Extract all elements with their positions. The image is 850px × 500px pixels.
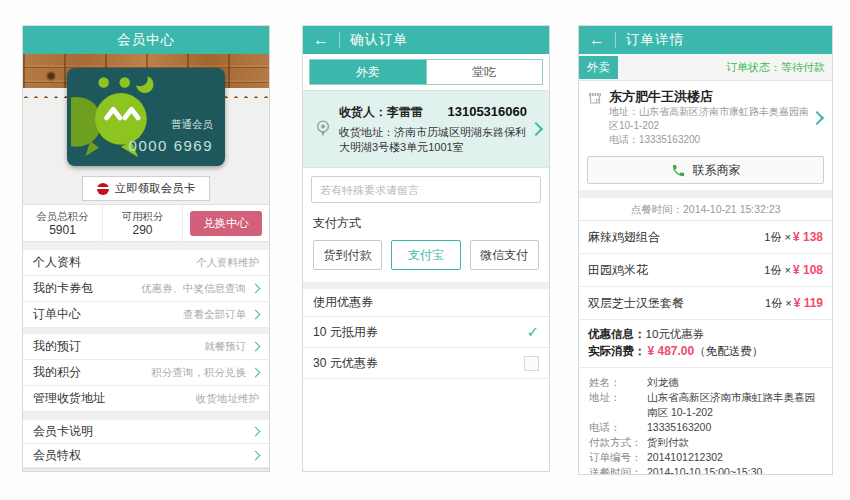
menu-label: 我的积分 [33, 364, 81, 381]
order-detail-header: ← 订单详情 [579, 26, 832, 54]
tab-bar: 外卖 堂吃 [309, 59, 543, 85]
order-item: 田园鸡米花 1份 ×¥ 108 [579, 254, 832, 287]
location-pin-icon [313, 118, 333, 140]
claim-card-button[interactable]: 立即领取会员卡 [82, 176, 211, 201]
order-detail-screen: ← 订单详情 外卖 订单状态：等待付款 东方肥牛王洪楼店 地址：山东省高新区济南… [578, 25, 833, 475]
menu-item-orders[interactable]: 订单中心 查看全部订单 [23, 302, 269, 328]
note-wrap [303, 168, 549, 211]
contact-merchant-label: 联系商家 [693, 162, 741, 179]
info-row: 电话：13335163200 [589, 420, 822, 435]
item-qty: 1份 × [765, 297, 792, 309]
discount-value: 10元优惠券 [646, 328, 705, 340]
total-points-value: 5901 [49, 223, 76, 237]
phone-icon [671, 163, 686, 178]
chevron-right-icon [529, 122, 543, 136]
menu-item-profile[interactable]: 个人资料 个人资料维护 [23, 250, 269, 276]
store-phone: 电话：13335163200 [609, 133, 810, 147]
info-row: 订单编号：2014101212302 [589, 450, 822, 465]
store-icon [587, 90, 603, 106]
contact-wrap: 联系商家 [579, 152, 832, 190]
receiver-name: 收货人：李雷雷 [339, 104, 423, 121]
member-center-header: 会员中心 [23, 26, 269, 54]
menu-item-points[interactable]: 我的积分 积分查询，积分兑换 [23, 360, 269, 386]
item-price: ¥ 138 [793, 230, 823, 244]
menu-item-reservation[interactable]: 我的预订 就餐预订 [23, 334, 269, 360]
menu-hint: 积分查询，积分兑换 [152, 366, 247, 380]
discount-summary: 优惠信息：10元优惠券 实际消费：¥ 487.00（免配送费） [579, 320, 832, 368]
menu-label: 会员特权 [33, 447, 81, 464]
menu-label: 管理收货地址 [33, 390, 105, 407]
menu-label: 会员卡说明 [33, 423, 93, 440]
info-row: 送餐时间：2014-10-10 15:00~15:30 [589, 465, 822, 475]
payment-section-label: 支付方式 [303, 211, 549, 240]
store-name: 东方肥牛王洪楼店 [609, 88, 810, 105]
menu-label: 个人资料 [33, 254, 81, 271]
chevron-right-icon [251, 310, 261, 320]
item-qty: 1份 × [764, 231, 791, 243]
chevron-right-icon [251, 368, 261, 378]
available-points: 可用积分 290 [102, 205, 182, 241]
menu-item-privileges[interactable]: 会员特权 [23, 444, 269, 468]
tab-dinein[interactable]: 堂吃 [426, 60, 543, 84]
item-name: 田园鸡米花 [588, 262, 648, 279]
back-icon[interactable]: ← [303, 32, 339, 48]
available-points-value: 290 [132, 223, 152, 237]
order-note-input[interactable] [311, 176, 541, 203]
membership-card[interactable]: 普通会员 0000 6969 [67, 68, 225, 166]
available-points-label: 可用积分 [122, 210, 164, 223]
store-card[interactable]: 东方肥牛王洪楼店 地址：山东省高新区济南市康虹路丰奥嘉园南区10-1-202 电… [579, 81, 832, 152]
chevron-right-icon [251, 427, 261, 437]
menu-label: 订单中心 [33, 306, 81, 323]
menu-item-coupons[interactable]: 我的卡券包 优惠券、中奖信息查询 [23, 276, 269, 302]
back-icon[interactable]: ← [579, 32, 615, 48]
total-value: ¥ 487.00 [648, 344, 695, 358]
coupon-option-10[interactable]: 10 元抵用券 ✓ [303, 317, 549, 348]
info-row: 姓名：刘龙德 [589, 375, 822, 390]
member-card-hero: 普通会员 0000 6969 [23, 54, 269, 176]
pay-method-cod[interactable]: 货到付款 [313, 240, 382, 270]
info-row: 地址：山东省高新区济南市康虹路丰奥嘉园南区 10-1-202 [589, 390, 822, 420]
menu-item-card-info[interactable]: 会员卡说明 [23, 420, 269, 444]
header-divider [339, 32, 340, 48]
divider [303, 282, 549, 289]
card-number: 0000 6969 [129, 137, 213, 154]
info-row: 付款方式：货到付款 [589, 435, 822, 450]
menu-label: 我的卡券包 [33, 280, 93, 297]
member-card-icon [97, 183, 109, 195]
delivery-address-card[interactable]: 收货人：李雷雷 13105316060 收货地址：济南市历城区明湖东路保利大明湖… [303, 90, 549, 168]
points-bar: 会员总积分 5901 可用积分 290 兑换中心 [23, 204, 269, 242]
checkmark-icon[interactable]: ✓ [526, 323, 539, 341]
order-item: 麻辣鸡翅组合 1份 ×¥ 138 [579, 221, 832, 254]
page-title: 订单详情 [626, 31, 684, 49]
header-divider [615, 32, 616, 48]
chevron-right-icon [251, 451, 261, 461]
menu-label: 我的预订 [33, 338, 81, 355]
item-price: ¥ 119 [794, 296, 823, 310]
page-title: 确认订单 [350, 31, 408, 49]
discount-label: 优惠信息： [588, 328, 646, 340]
order-item: 双层芝士汉堡套餐 1份 ×¥ 119 [579, 287, 832, 320]
contact-merchant-button[interactable]: 联系商家 [587, 156, 824, 184]
tab-takeout[interactable]: 外卖 [310, 60, 426, 84]
store-address: 地址：山东省高新区济南市康虹路丰奥嘉园南区10-1-202 [609, 105, 810, 133]
confirm-order-header: ← 确认订单 [303, 26, 549, 54]
receiver-address: 收货地址：济南市历城区明湖东路保利大明湖3号楼3单元1001室 [339, 125, 527, 155]
checkbox[interactable] [524, 356, 539, 371]
item-qty: 1份 × [764, 264, 791, 276]
menu-item-address[interactable]: 管理收货地址 收货地址维护 [23, 386, 269, 412]
divider [23, 242, 269, 250]
pay-method-wechat[interactable]: 微信支付 [470, 240, 539, 270]
total-points: 会员总积分 5901 [23, 205, 102, 241]
total-points-label: 会员总积分 [36, 210, 89, 223]
payment-methods: 货到付款 支付宝 微信支付 [303, 240, 549, 282]
coupon-option-30[interactable]: 30 元优惠券 [303, 348, 549, 379]
order-status-row: 外卖 订单状态：等待付款 [579, 54, 832, 81]
exchange-center-button[interactable]: 兑换中心 [190, 211, 262, 236]
menu-hint: 优惠券、中奖信息查询 [141, 282, 246, 296]
takeout-badge: 外卖 [579, 56, 618, 79]
claim-card-label: 立即领取会员卡 [115, 181, 196, 196]
item-price: ¥ 108 [793, 263, 823, 277]
pay-method-alipay[interactable]: 支付宝 [391, 240, 460, 270]
order-time: 点餐时间：2014-10-21 15:32:23 [579, 198, 832, 221]
item-name: 双层芝士汉堡套餐 [588, 295, 684, 312]
